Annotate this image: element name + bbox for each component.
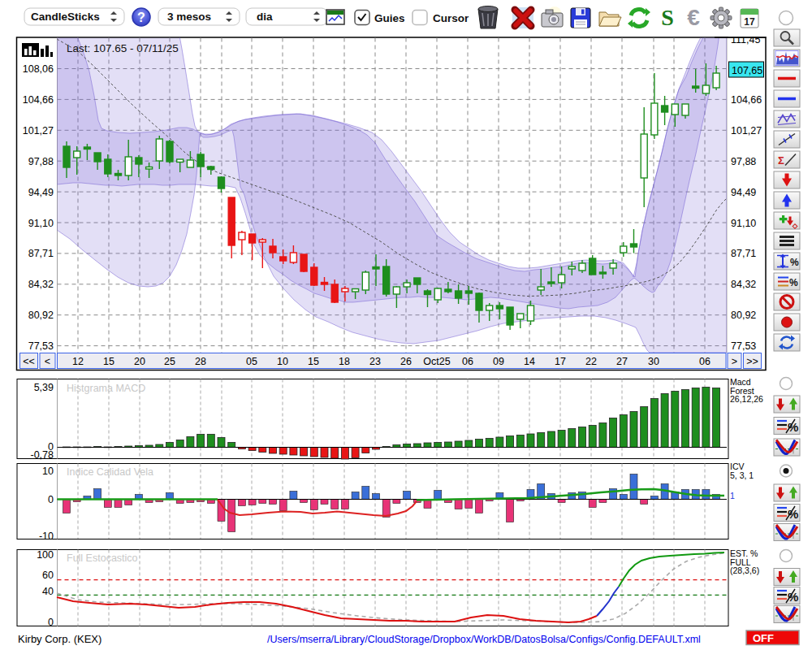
svg-text:0: 0 xyxy=(48,494,54,505)
svg-text:77,53: 77,53 xyxy=(731,340,756,352)
svg-text:%: % xyxy=(789,277,798,288)
svg-text:40: 40 xyxy=(42,586,54,597)
svg-text:26: 26 xyxy=(400,356,412,367)
svg-text:22: 22 xyxy=(585,356,597,367)
svg-text:Last: 107.65 - 07/11/25: Last: 107.65 - 07/11/25 xyxy=(67,42,179,54)
svg-text:<: < xyxy=(45,356,50,367)
svg-text:Cursor: Cursor xyxy=(433,12,469,24)
svg-text:84,32: 84,32 xyxy=(28,279,54,290)
svg-text:91,10: 91,10 xyxy=(731,218,756,229)
svg-text:05: 05 xyxy=(246,356,257,367)
svg-text:25: 25 xyxy=(164,356,175,367)
svg-text:%: % xyxy=(790,257,799,268)
svg-text:5,39: 5,39 xyxy=(34,382,54,393)
svg-text:Histgrama MACD: Histgrama MACD xyxy=(67,383,145,394)
svg-text:1: 1 xyxy=(730,491,735,500)
svg-text:>>: >> xyxy=(746,356,758,367)
svg-text:84,32: 84,32 xyxy=(731,279,756,290)
svg-text:-0,78: -0,78 xyxy=(31,449,54,461)
svg-text:€: € xyxy=(687,5,700,30)
svg-text:3 mesos: 3 mesos xyxy=(167,11,211,23)
svg-text:06: 06 xyxy=(699,356,710,367)
svg-text:101,27: 101,27 xyxy=(23,125,54,136)
svg-text:Σ: Σ xyxy=(778,154,784,167)
svg-text:CandleSticks: CandleSticks xyxy=(31,11,100,23)
svg-text:Oct25: Oct25 xyxy=(423,356,450,367)
svg-text:Kirby Corp. (KEX): Kirby Corp. (KEX) xyxy=(18,633,102,645)
svg-text:94,49: 94,49 xyxy=(28,187,54,198)
svg-text:Full Estocastico: Full Estocastico xyxy=(67,552,138,564)
svg-text:27: 27 xyxy=(616,356,628,367)
svg-text:91,10: 91,10 xyxy=(28,218,54,229)
svg-text:107,65: 107,65 xyxy=(732,65,762,76)
svg-text:77,53: 77,53 xyxy=(28,340,54,352)
svg-text:15: 15 xyxy=(103,356,114,367)
svg-text:23: 23 xyxy=(369,356,381,367)
svg-text:104,66: 104,66 xyxy=(23,94,54,106)
svg-text:10: 10 xyxy=(277,356,288,367)
svg-text:-10: -10 xyxy=(39,531,54,542)
svg-text:15: 15 xyxy=(308,356,319,367)
svg-text:/Users/mserra/Library/CloudSto: /Users/mserra/Library/CloudStorage/Dropb… xyxy=(267,634,701,645)
svg-text:12: 12 xyxy=(72,356,84,367)
svg-text:17: 17 xyxy=(555,356,566,367)
svg-text:5, 3, 1: 5, 3, 1 xyxy=(730,470,754,480)
svg-text:87,71: 87,71 xyxy=(731,248,756,259)
svg-text:09: 09 xyxy=(493,356,504,367)
svg-text:30: 30 xyxy=(648,356,659,367)
svg-text:0: 0 xyxy=(48,617,54,628)
svg-text:108,06: 108,06 xyxy=(23,63,54,75)
svg-text:Guies: Guies xyxy=(374,12,405,24)
svg-text:17: 17 xyxy=(744,16,755,28)
svg-text:60: 60 xyxy=(42,570,54,581)
svg-text:?: ? xyxy=(137,11,145,24)
svg-text:S: S xyxy=(661,5,674,30)
svg-text:97,88: 97,88 xyxy=(731,156,756,167)
svg-text:97,88: 97,88 xyxy=(28,156,54,167)
svg-text:94,49: 94,49 xyxy=(731,187,756,198)
svg-text:>: > xyxy=(732,356,737,367)
svg-text:OFF: OFF xyxy=(753,632,774,644)
svg-text:<<: << xyxy=(23,356,35,367)
svg-text:87,71: 87,71 xyxy=(28,248,54,259)
svg-text:20: 20 xyxy=(134,356,145,367)
svg-text:(28,3,6): (28,3,6) xyxy=(730,566,759,575)
svg-text:80,92: 80,92 xyxy=(28,310,54,321)
svg-text:100: 100 xyxy=(37,549,54,561)
svg-text:104,66: 104,66 xyxy=(731,94,762,106)
svg-text:14: 14 xyxy=(524,356,535,367)
svg-text:dia: dia xyxy=(257,11,273,23)
svg-text:18: 18 xyxy=(339,356,350,367)
svg-text:26,12,26: 26,12,26 xyxy=(730,394,763,404)
svg-text:Indice Calidad Vela: Indice Calidad Vela xyxy=(67,466,153,478)
svg-text:101,27: 101,27 xyxy=(731,125,762,136)
svg-text:28: 28 xyxy=(195,356,206,367)
svg-text:80,92: 80,92 xyxy=(731,310,756,321)
svg-text:06: 06 xyxy=(462,356,473,367)
svg-text:10: 10 xyxy=(42,466,54,477)
